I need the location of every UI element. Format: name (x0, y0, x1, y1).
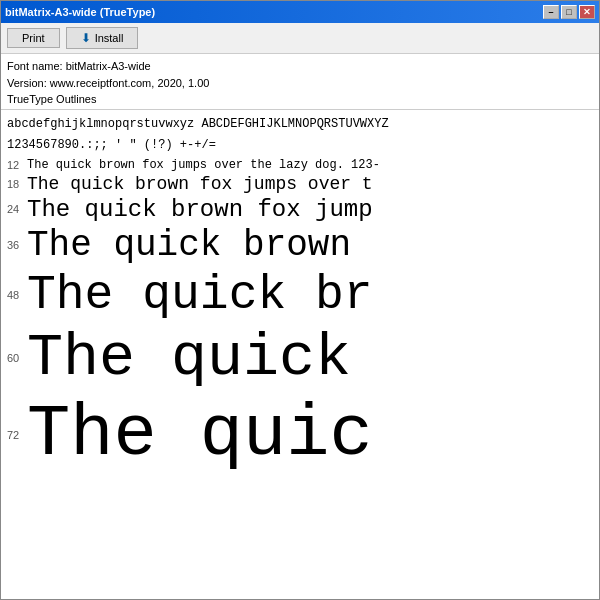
minimize-button[interactable]: – (543, 5, 559, 19)
size-label-60: 60 (7, 352, 27, 364)
preview-line-24: 24 The quick brown fox jump (7, 196, 593, 223)
font-preview-window: bitMatrix-A3-wide (TrueType) – □ ✕ Print… (0, 0, 600, 600)
preview-line-18: 18 The quick brown fox jumps over t (7, 174, 593, 194)
preview-text-18: The quick brown fox jumps over t (27, 174, 373, 194)
preview-line-12: 12 The quick brown fox jumps over the la… (7, 158, 593, 172)
window-title: bitMatrix-A3-wide (TrueType) (5, 6, 155, 18)
window-controls: – □ ✕ (543, 5, 595, 19)
font-name: Font name: bitMatrix-A3-wide (7, 58, 593, 75)
size-label-36: 36 (7, 239, 27, 251)
size-label-48: 48 (7, 289, 27, 301)
preview-text-60: The quick (27, 324, 351, 392)
install-button[interactable]: ⬇ Install (66, 27, 139, 49)
preview-line-72: 72 The quic (7, 394, 593, 476)
preview-text-48: The quick br (27, 268, 373, 322)
size-label-12: 12 (7, 159, 27, 171)
print-button[interactable]: Print (7, 28, 60, 48)
preview-text-72: The quic (27, 394, 373, 476)
preview-text-36: The quick brown (27, 225, 351, 266)
toolbar: Print ⬇ Install (1, 23, 599, 54)
font-info: Font name: bitMatrix-A3-wide Version: ww… (1, 54, 599, 93)
restore-button[interactable]: □ (561, 5, 577, 19)
preview-line-60: 60 The quick (7, 324, 593, 392)
preview-area: abcdefghijklmnopqrstuvwxyz ABCDEFGHIJKLM… (1, 110, 599, 599)
preview-text-24: The quick brown fox jump (27, 196, 373, 223)
close-button[interactable]: ✕ (579, 5, 595, 19)
charset-line2: 1234567890.:;; ' " (!?) +-+/= (7, 137, 593, 154)
preview-line-48: 48 The quick br (7, 268, 593, 322)
size-label-24: 24 (7, 203, 27, 215)
size-label-72: 72 (7, 429, 27, 441)
install-icon: ⬇ (81, 31, 91, 45)
preview-line-36: 36 The quick brown (7, 225, 593, 266)
font-type: TrueType Outlines (1, 93, 599, 109)
font-version: Version: www.receiptfont.com, 2020, 1.00 (7, 75, 593, 92)
preview-text-12: The quick brown fox jumps over the lazy … (27, 158, 380, 172)
title-bar: bitMatrix-A3-wide (TrueType) – □ ✕ (1, 1, 599, 23)
charset-line1: abcdefghijklmnopqrstuvwxyz ABCDEFGHIJKLM… (7, 116, 593, 133)
size-label-18: 18 (7, 178, 27, 190)
